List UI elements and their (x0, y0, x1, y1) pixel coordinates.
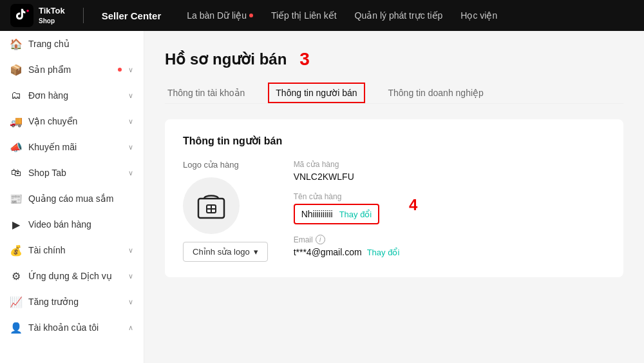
top-navigation: TikTokShop Seller Center La bàn Dữ liệu … (0, 0, 644, 31)
nav-links: La bàn Dữ liệu Tiếp thị Liên kết Quản lý… (187, 10, 497, 21)
orders-icon: 🗂 (10, 90, 22, 101)
shop-name-row: Tên cửa hàng Nhiiiiiiiiii Thay đổi 4 (294, 192, 400, 224)
finance-icon: 💰 (10, 244, 22, 256)
shop-code-value: VNLC2KWLFU (294, 172, 400, 182)
sidebar-item-video[interactable]: ▶ Video bán hàng (0, 211, 144, 237)
promotions-arrow: ∨ (128, 143, 133, 152)
shop-name-value: Nhiiiiiiiiii (301, 209, 333, 219)
nav-dot (249, 14, 253, 17)
sidebar-item-shoptab[interactable]: 🛍 Shop Tab ∨ (0, 160, 144, 186)
card-title: Thông tin người bán (183, 135, 605, 147)
shipping-arrow: ∨ (128, 117, 133, 126)
main-content: Hồ sơ người bán 3 Thông tin tài khoản Th… (144, 31, 644, 363)
sidebar-item-growth[interactable]: 📈 Tăng trưởng ∨ (0, 289, 144, 315)
email-change-link[interactable]: Thay đổi (367, 248, 400, 257)
sidebar-item-ads[interactable]: 📰 Quảng cáo mua sắm (0, 186, 144, 211)
shop-name-change-link[interactable]: Thay đổi (339, 210, 372, 219)
shipping-icon: 🚚 (10, 115, 22, 127)
sidebar-item-finance[interactable]: 💰 Tài chính ∨ (0, 237, 144, 263)
products-arrow: ∨ (128, 66, 133, 74)
products-dot (118, 68, 122, 72)
sidebar-item-promotions[interactable]: 📣 Khuyến mãi ∨ (0, 134, 144, 160)
nav-dashboard[interactable]: La bàn Dữ liệu (187, 10, 253, 21)
seller-info-card: Thông tin người bán Logo cửa hàng (165, 119, 623, 277)
email-label: Email (294, 235, 313, 244)
sidebar-item-orders[interactable]: 🗂 Đơn hàng ∨ (0, 83, 144, 108)
page-header: Hồ sơ người bán 3 (165, 49, 623, 70)
step-4-badge: 4 (409, 196, 417, 214)
logo-label: Logo cửa hàng (183, 160, 239, 170)
shoptab-arrow: ∨ (128, 169, 133, 177)
apps-icon: ⚙ (10, 270, 22, 282)
sidebar-item-apps[interactable]: ⚙ Ứng dụng & Dịch vụ ∨ (0, 263, 144, 289)
logo-section: Logo cửa hàng Chỉnh sửa logo ▾ (183, 160, 268, 262)
edit-logo-button[interactable]: Chỉnh sửa logo ▾ (183, 242, 268, 262)
video-icon: ▶ (10, 219, 22, 230)
shop-name-field-box: Nhiiiiiiiiii Thay đổi (294, 204, 380, 224)
nav-live[interactable]: Quản lý phát trực tiếp (355, 10, 443, 21)
app-layout: 🏠 Trang chủ 📦 Sản phẩm ∨ 🗂 Đơn hàng ∨ 🚚 … (0, 31, 644, 363)
finance-arrow: ∨ (128, 246, 133, 255)
sidebar: 🏠 Trang chủ 📦 Sản phẩm ∨ 🗂 Đơn hàng ∨ 🚚 … (0, 31, 144, 363)
account-arrow: ∧ (128, 324, 133, 332)
orders-arrow: ∨ (128, 92, 133, 100)
email-value: t***4@gmail.com (294, 247, 362, 257)
tab-account-info[interactable]: Thông tin tài khoản (165, 83, 247, 103)
seller-center-label: Seller Center (102, 10, 162, 21)
home-icon: 🏠 (10, 38, 22, 50)
info-section: Mã cửa hàng VNLC2KWLFU Tên cửa hàng Nhii… (294, 160, 400, 257)
sidebar-item-products[interactable]: 📦 Sản phẩm ∨ (0, 57, 144, 83)
tab-business-info[interactable]: Thông tin doanh nghiệp (386, 83, 486, 103)
sidebar-item-account[interactable]: 👤 Tài khoản của tôi ∧ (0, 315, 144, 340)
seller-info-row: Logo cửa hàng Chỉnh sửa logo ▾ (183, 160, 605, 262)
sidebar-item-shipping[interactable]: 🚚 Vận chuyển ∨ (0, 108, 144, 134)
shop-logo (183, 177, 240, 234)
email-label-row: Email i (294, 235, 400, 244)
tab-seller-info[interactable]: Thông tin người bán (268, 83, 365, 103)
brand-logo[interactable]: TikTokShop (10, 4, 65, 27)
profile-tabs: Thông tin tài khoản Thông tin người bán … (165, 83, 623, 104)
nav-affiliate[interactable]: Tiếp thị Liên kết (271, 10, 337, 21)
shoptab-icon: 🛍 (10, 167, 22, 179)
shop-code-label: Mã cửa hàng (294, 160, 400, 169)
nav-divider (83, 8, 84, 23)
ads-icon: 📰 (10, 193, 22, 204)
info-icon: i (316, 235, 325, 244)
shop-code-row: Mã cửa hàng VNLC2KWLFU (294, 160, 400, 182)
products-icon: 📦 (10, 64, 22, 75)
chevron-down-icon: ▾ (254, 247, 258, 257)
sidebar-item-home[interactable]: 🏠 Trang chủ (0, 31, 144, 57)
growth-arrow: ∨ (128, 298, 133, 306)
nav-academy[interactable]: Học viện (460, 10, 497, 21)
growth-icon: 📈 (10, 296, 22, 308)
email-row: Email i t***4@gmail.com Thay đổi (294, 235, 400, 257)
step-3-badge: 3 (299, 49, 310, 70)
apps-arrow: ∨ (128, 272, 133, 280)
tiktok-label: TikTokShop (39, 6, 65, 25)
shop-name-label: Tên cửa hàng (294, 192, 400, 201)
page-title: Hồ sơ người bán (165, 50, 287, 68)
promotions-icon: 📣 (10, 141, 22, 153)
account-icon: 👤 (10, 322, 22, 333)
